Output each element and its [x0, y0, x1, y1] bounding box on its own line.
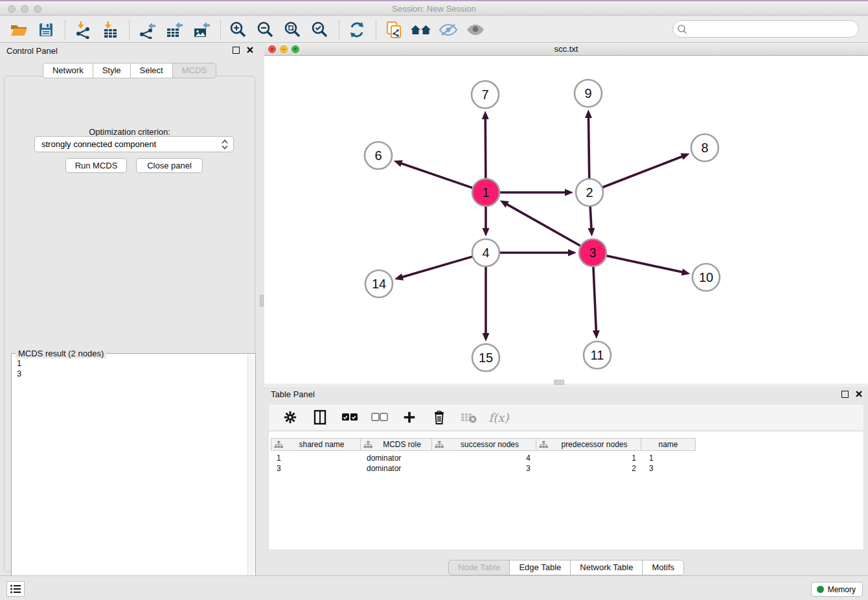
cell-name[interactable]: 3 [644, 463, 699, 474]
edge-3-10[interactable] [606, 256, 683, 273]
apply-layout-refresh-button[interactable] [346, 19, 368, 40]
float-panel-icon[interactable] [841, 391, 849, 398]
optimization-criterion-select[interactable]: strongly connected component [34, 136, 234, 152]
run-mcds-button[interactable]: Run MCDS [65, 158, 127, 173]
tab-network-table[interactable]: Network Table [570, 560, 643, 575]
cell-successor-nodes[interactable]: 3 [433, 463, 538, 474]
column-header-name[interactable]: name [641, 438, 696, 451]
hide-selected-button[interactable] [437, 19, 459, 40]
tab-network[interactable]: Network [43, 63, 93, 78]
table-row[interactable]: 1 dominator 4 1 1 [271, 453, 699, 463]
zoom-in-button[interactable] [227, 19, 249, 40]
tab-edge-table[interactable]: Edge Table [509, 560, 571, 575]
zoom-out-icon [257, 21, 275, 39]
edge-2-3[interactable] [590, 207, 591, 229]
zoom-fit-icon [284, 21, 302, 39]
export-table-button[interactable] [163, 19, 185, 40]
column-header-mcds-role[interactable]: MCDS role [360, 438, 432, 451]
edge-arrowhead [568, 249, 577, 257]
zoom-fit-button[interactable] [282, 19, 304, 40]
edge-arrowhead [483, 333, 490, 341]
cell-predecessor-nodes[interactable]: 2 [538, 463, 644, 474]
column-selector-button[interactable] [309, 407, 331, 428]
vertical-splitter[interactable] [259, 43, 264, 575]
cell-mcds-role[interactable]: dominator [361, 463, 433, 474]
table-settings-button[interactable] [279, 407, 301, 428]
add-column-button[interactable] [398, 407, 420, 428]
column-header-shared-name[interactable]: shared name [271, 438, 361, 451]
export-table-icon [165, 21, 183, 39]
deselect-all-columns-button[interactable] [369, 407, 391, 428]
cell-predecessor-nodes[interactable]: 1 [538, 453, 644, 463]
clone-network-icon [385, 21, 402, 39]
search-field[interactable] [672, 20, 859, 38]
edge-arrowhead [681, 269, 691, 276]
cell-shared-name[interactable]: 1 [271, 453, 361, 463]
search-icon [673, 23, 690, 35]
tab-node-table[interactable]: Node Table [448, 560, 510, 575]
edge-1-7[interactable] [485, 118, 486, 178]
close-panel-icon[interactable] [246, 46, 254, 54]
edge-arrowhead [585, 110, 592, 118]
network-canvas-svg[interactable]: 1234678910111415 [264, 56, 868, 384]
tab-style[interactable]: Style [93, 63, 131, 78]
mcds-result-group: MCDS result (2 nodes) 1 3 [11, 353, 256, 600]
edge-2-9[interactable] [588, 117, 589, 178]
edge-3-11[interactable] [593, 267, 596, 332]
status-bar: Memory [0, 575, 868, 600]
save-session-button[interactable] [35, 19, 57, 40]
cell-name[interactable]: 1 [644, 453, 699, 463]
toolbar-separator [376, 20, 376, 40]
zoom-selected-button[interactable] [309, 19, 331, 40]
search-input[interactable] [690, 24, 858, 34]
import-network-button[interactable] [72, 19, 94, 40]
optimization-criterion-label: Optimization criterion: [5, 127, 255, 137]
node-label-1: 1 [482, 185, 489, 200]
splitter-grip[interactable] [554, 380, 564, 385]
splitter-grip[interactable] [260, 295, 264, 306]
column-header-predecessor-nodes[interactable]: predecessor nodes [536, 438, 641, 451]
close-panel-button[interactable]: Close panel [136, 158, 203, 173]
mcds-result-line: 3 [17, 369, 243, 379]
edge-arrowhead [565, 189, 573, 196]
task-history-button[interactable] [6, 581, 25, 597]
zoom-out-button[interactable] [255, 19, 277, 40]
table-header-row: shared name MCDS role successor [271, 438, 696, 451]
select-all-columns-button[interactable] [339, 407, 361, 428]
function-builder-button[interactable]: f(x) [488, 407, 510, 428]
edge-4-14[interactable] [402, 257, 472, 277]
tab-select[interactable]: Select [130, 63, 173, 78]
delete-table-button[interactable] [458, 407, 480, 428]
show-all-button[interactable] [464, 19, 486, 40]
cell-mcds-role[interactable]: dominator [361, 453, 433, 463]
export-image-button[interactable] [190, 19, 212, 40]
table-row[interactable]: 3 dominator 3 2 3 [271, 463, 699, 474]
new-network-from-selection-button[interactable] [383, 19, 405, 40]
memory-button[interactable]: Memory [811, 582, 863, 597]
edge-3-1[interactable] [506, 204, 580, 246]
edge-2-8[interactable] [603, 156, 683, 187]
import-table-button[interactable] [99, 19, 121, 40]
columns-icon [314, 410, 326, 425]
edge-1-6[interactable] [400, 163, 472, 188]
cell-shared-name[interactable]: 3 [271, 463, 361, 474]
float-panel-icon[interactable] [233, 47, 240, 54]
delete-column-button[interactable] [428, 407, 450, 428]
gear-icon [283, 410, 297, 424]
tab-mcds[interactable]: MCDS [172, 63, 216, 78]
open-session-button[interactable] [8, 19, 30, 40]
first-neighbors-button[interactable] [410, 19, 432, 40]
control-panel-header: Control Panel [0, 43, 259, 60]
export-network-button[interactable] [136, 19, 158, 40]
column-header-successor-nodes[interactable]: successor nodes [431, 438, 536, 451]
zoom-selected-icon [311, 21, 329, 39]
cell-successor-nodes[interactable]: 4 [433, 453, 538, 463]
mcds-result-list[interactable]: 1 3 [13, 357, 247, 600]
tab-motifs[interactable]: Motifs [642, 560, 684, 575]
node-label-11: 11 [591, 348, 604, 362]
close-panel-icon[interactable] [855, 390, 863, 398]
result-scrollbar[interactable] [247, 354, 255, 600]
node-label-6: 6 [374, 148, 382, 163]
table-panel-title: Table Panel [271, 389, 315, 399]
node-label-7: 7 [481, 87, 488, 102]
